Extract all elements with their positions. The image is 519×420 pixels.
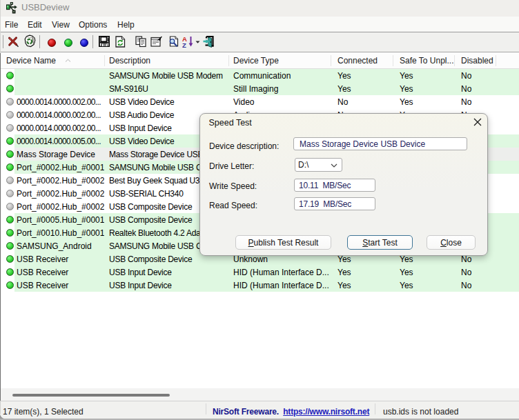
svg-text:Z: Z: [182, 41, 186, 49]
